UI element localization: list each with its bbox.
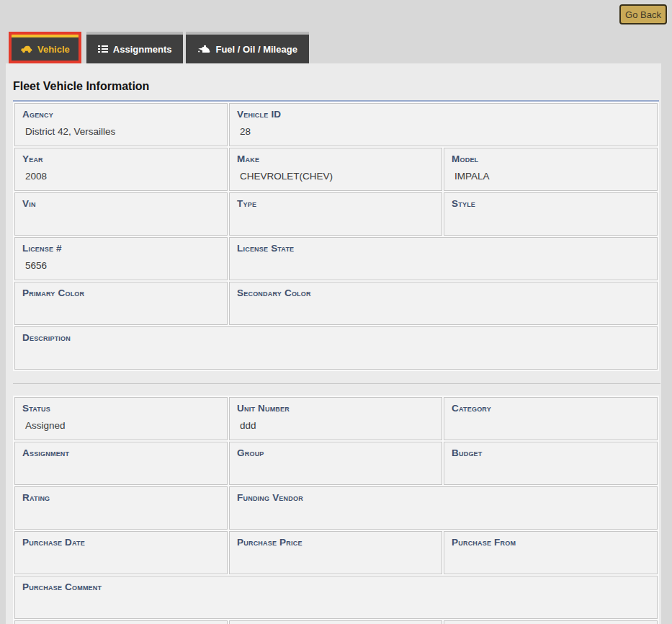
field-value: CHEVROLET(CHEV) [237,171,434,182]
field-category: Category [444,397,658,440]
field-vehicle-id: Vehicle ID 28 [229,103,658,146]
field-label: Purchase Price [237,537,434,548]
table-row: License # 5656 License State [14,237,658,280]
car-icon [20,45,32,53]
field-clipped [444,620,658,624]
tab-label: Vehicle [37,44,70,55]
field-budget: Budget [444,442,658,485]
field-secondary-color: Secondary Color [229,282,658,325]
field-rating: Rating [14,486,228,530]
field-license-number: License # 5656 [14,237,228,280]
field-make: Make CHEVROLET(CHEV) [229,148,442,191]
field-value [452,554,650,566]
table-row: Description [14,326,658,370]
page-title: Fleet Vehicle Information [13,79,661,93]
field-label: License State [237,243,650,254]
field-value: 28 [237,126,650,138]
vehicle-status-table: Status Assigned Unit Number ddd Category… [13,396,659,624]
field-label: Vehicle ID [237,109,650,120]
table-row: Purchase Comment [14,576,658,619]
page: { "header": { "go_back_label": "Go Back"… [0,0,672,624]
field-funding-vendor: Funding Vendor [229,486,658,530]
field-value [22,305,220,316]
field-value: Assigned [22,420,220,432]
field-label: Category [452,403,650,414]
table-row: Status Assigned Unit Number ddd Category [14,397,658,440]
field-description: Description [14,326,658,370]
field-purchase-from: Purchase From [444,531,658,574]
field-value [237,305,650,316]
table-row: Assignment Group Budget [14,442,658,485]
field-unit-number: Unit Number ddd [229,397,442,440]
field-style: Style [444,192,658,236]
table-row: Agency District 42, Versailles Vehicle I… [14,103,658,146]
field-value [22,509,220,521]
field-value [237,554,434,566]
field-label: Assignment [22,447,220,458]
field-value: ddd [237,420,434,432]
table-row [14,620,658,624]
field-value [22,215,220,227]
field-clipped [14,620,228,624]
table-row: Primary Color Secondary Color [14,282,658,325]
field-value: District 42, Versailles [22,126,220,138]
field-label: Group [237,447,434,458]
field-label: Funding Vendor [237,492,650,503]
field-label: Status [22,403,220,414]
field-value [452,420,650,432]
field-purchase-price: Purchase Price [229,531,442,574]
field-label: Rating [22,492,220,503]
field-value [237,215,434,227]
field-label: Purchase From [452,537,650,548]
field-purchase-comment: Purchase Comment [14,576,658,619]
field-type: Type [229,192,442,236]
field-value [22,465,220,476]
table-row: Purchase Date Purchase Price Purchase Fr… [14,531,658,574]
go-back-button[interactable]: Go Back [619,4,667,24]
vehicle-info-table: Agency District 42, Versailles Vehicle I… [13,100,659,371]
field-primary-color: Primary Color [14,282,228,325]
field-label: Year [22,153,220,164]
field-label: License # [22,243,220,254]
field-label: Description [22,332,650,343]
list-icon [98,45,108,53]
field-agency: Agency District 42, Versailles [14,103,228,146]
field-value: IMPALA [452,171,650,182]
tab-fuel-oil-mileage[interactable]: Fuel / Oil / Mileage [186,32,308,63]
tab-assignments[interactable]: Assignments [86,32,184,63]
table-row: Rating Funding Vendor [14,486,658,530]
field-vin: Vin [14,192,228,236]
tab-vehicle[interactable]: Vehicle [12,35,79,61]
field-label: Primary Color [22,288,220,298]
annotation-highlight-box: Vehicle [9,32,81,63]
tab-bar: Vehicle Assignments Fuel / Oil / Mileage [9,32,312,63]
field-model: Model IMPALA [444,148,658,191]
field-value [452,465,650,476]
section-divider [13,383,660,384]
oil-can-icon [197,45,210,54]
content-panel: Fleet Vehicle Information Agency Distric… [6,63,661,624]
table-row: Year 2008 Make CHEVROLET(CHEV) Model IMP… [14,148,658,191]
field-clipped [229,620,442,624]
field-value [22,554,220,566]
tab-label: Assignments [113,44,172,55]
field-label: Secondary Color [237,288,650,298]
field-label: Unit Number [237,403,434,414]
field-purchase-date: Purchase Date [14,531,228,574]
field-label: Purchase Comment [22,581,650,592]
field-value [237,465,434,476]
field-label: Budget [452,447,650,458]
field-label: Model [452,153,650,164]
field-value [22,349,650,361]
field-label: Purchase Date [22,537,220,548]
field-label: Style [452,198,650,209]
field-value [237,260,650,272]
field-label: Agency [22,109,220,120]
field-label: Make [237,153,434,164]
field-status: Status Assigned [14,397,228,440]
field-license-state: License State [229,237,658,280]
field-value: 2008 [22,171,220,182]
field-group: Group [229,442,442,485]
tab-label: Fuel / Oil / Mileage [215,44,297,55]
table-row: Vin Type Style [14,192,658,236]
